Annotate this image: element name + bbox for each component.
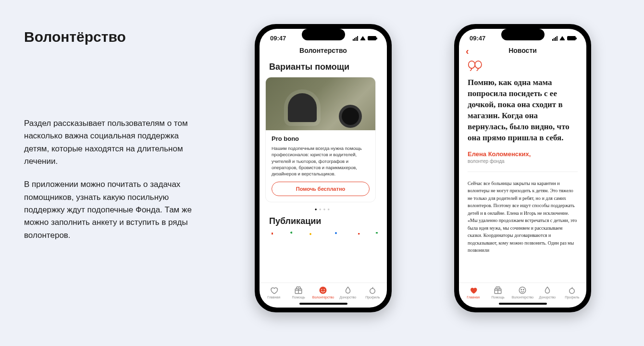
drop-icon <box>543 286 552 295</box>
tab-home[interactable]: Главная <box>461 286 485 299</box>
tab-label: Донорство <box>340 296 357 299</box>
section-title-publications: Публикации <box>269 216 380 226</box>
divider <box>468 172 578 172</box>
heart-icon <box>270 286 278 295</box>
svg-point-2 <box>322 289 322 290</box>
svg-point-5 <box>469 61 475 68</box>
carousel-dots: ●●●● <box>266 207 380 211</box>
tab-volunteering[interactable]: Волонтерство <box>510 286 535 299</box>
gift-icon <box>494 286 502 295</box>
description-paragraph-1: Раздел рассказывает пользователям о том … <box>24 117 202 168</box>
help-card-probono[interactable]: Pro bono Нашим подопечным всегда нужна п… <box>265 77 376 202</box>
info-column: Волонтёрство Раздел рассказывает пользов… <box>24 24 202 252</box>
svg-point-9 <box>521 289 522 290</box>
article-body: Сейчас все больницы закрыты на карантин … <box>468 180 578 254</box>
nav-title: Волонтерство <box>260 44 387 59</box>
tab-label: Главная <box>267 296 280 299</box>
svg-point-3 <box>324 289 325 290</box>
phone-mockup-volunteering: 09:47 Волонтерство Варианты помощи <box>255 24 392 312</box>
battery-icon <box>368 36 376 40</box>
status-time: 09:47 <box>270 35 286 42</box>
phone-notch <box>501 29 545 40</box>
tab-label: Волонтерство <box>312 296 334 299</box>
nav-title: Новости <box>508 47 537 54</box>
tab-volunteering[interactable]: Волонтерство <box>311 286 335 299</box>
battery-icon <box>567 36 576 40</box>
card-peek-left[interactable] <box>260 77 260 202</box>
page-title: Волонтёрство <box>24 29 202 45</box>
tab-profile[interactable]: Профиль <box>560 286 584 299</box>
help-options-carousel[interactable]: Pro bono Нашим подопечным всегда нужна п… <box>260 77 380 202</box>
status-time: 09:47 <box>470 35 485 42</box>
wifi-icon <box>360 36 366 40</box>
help-free-button[interactable]: Помочь бесплатно <box>272 182 370 196</box>
phone-notch <box>302 29 345 40</box>
confetti-decoration <box>260 231 387 236</box>
tab-bar: Главная Помощь Волонтерство Донорство <box>459 283 586 301</box>
svg-point-4 <box>370 288 375 294</box>
tab-profile[interactable]: Профиль <box>360 286 385 299</box>
tab-help[interactable]: Помощь <box>485 286 510 299</box>
tab-bar: Главная Помощь Волонтерство Донорство <box>260 283 387 301</box>
description-paragraph-2: В приложении можно почитать о задачах по… <box>24 178 202 242</box>
card-text: Нашим подопечным всегда нужна помощь про… <box>272 145 370 177</box>
tab-help[interactable]: Помощь <box>286 286 310 299</box>
quote-text: Помню, как одна мама попросила посидеть … <box>468 77 578 144</box>
gift-icon <box>294 286 303 295</box>
tab-label: Волонтерство <box>512 296 533 299</box>
tab-label: Профиль <box>365 296 380 299</box>
card-title: Pro bono <box>272 135 370 142</box>
back-button[interactable]: ‹ <box>466 46 469 57</box>
svg-point-8 <box>520 287 526 294</box>
phone-mockup-news: 09:47 ‹ Новости <box>454 24 591 312</box>
svg-point-11 <box>570 288 575 294</box>
tab-label: Помощь <box>292 296 305 299</box>
tab-label: Профиль <box>565 296 579 299</box>
tab-label: Помощь <box>492 296 505 299</box>
svg-point-6 <box>475 61 482 68</box>
wifi-icon <box>559 36 565 40</box>
smile-icon <box>319 286 327 295</box>
section-title-help-options: Варианты помощи <box>269 62 380 72</box>
tab-label: Главная <box>467 296 480 299</box>
svg-point-1 <box>320 287 327 294</box>
quote-author-role: волонтер фонда <box>468 159 578 164</box>
tab-label: Донорство <box>539 296 556 299</box>
tab-donor[interactable]: Донорство <box>335 286 360 299</box>
smile-icon <box>518 286 527 295</box>
signal-icon <box>353 36 358 41</box>
heart-icon <box>469 286 478 295</box>
apple-icon <box>568 286 576 295</box>
card-image <box>266 77 375 130</box>
quote-icon <box>468 60 578 74</box>
home-indicator <box>299 303 347 305</box>
tab-home[interactable]: Главная <box>261 286 286 299</box>
svg-point-10 <box>523 289 524 290</box>
apple-icon <box>368 286 377 295</box>
quote-author: Елена Коломенских, <box>468 150 578 158</box>
tab-donor[interactable]: Донорство <box>535 286 559 299</box>
home-indicator <box>499 303 547 305</box>
drop-icon <box>344 286 352 295</box>
signal-icon <box>552 36 557 41</box>
